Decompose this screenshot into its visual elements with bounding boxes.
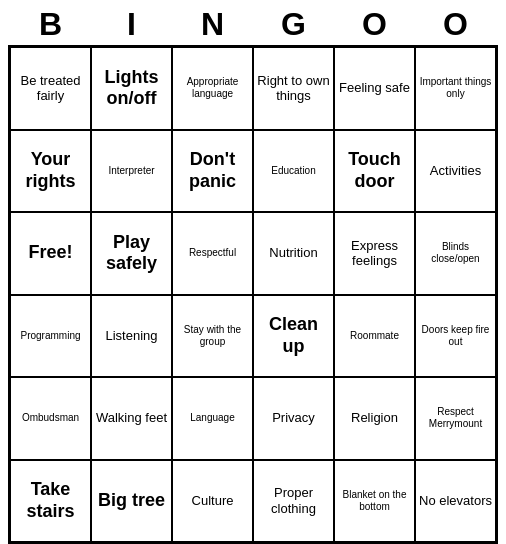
title-letter-i1: I <box>97 6 167 43</box>
bingo-cell-33: Proper clothing <box>253 460 334 543</box>
bingo-cell-4: Feeling safe <box>334 47 415 130</box>
bingo-cell-11: Activities <box>415 130 496 213</box>
bingo-cell-29: Respect Merrymount <box>415 377 496 460</box>
bingo-cell-35: No elevators <box>415 460 496 543</box>
bingo-cell-10: Touch door <box>334 130 415 213</box>
bingo-grid: Be treated fairlyLights on/offAppropriat… <box>8 45 498 544</box>
bingo-cell-31: Big tree <box>91 460 172 543</box>
bingo-cell-2: Appropriate language <box>172 47 253 130</box>
title-letter-b0: B <box>16 6 86 43</box>
bingo-cell-15: Nutrition <box>253 212 334 295</box>
bingo-cell-8: Don't panic <box>172 130 253 213</box>
bingo-cell-21: Clean up <box>253 295 334 378</box>
title-letter-o4: O <box>340 6 410 43</box>
title-letter-n2: N <box>178 6 248 43</box>
bingo-title: BINGOO <box>0 0 506 45</box>
bingo-cell-13: Play safely <box>91 212 172 295</box>
bingo-cell-30: Take stairs <box>10 460 91 543</box>
bingo-cell-12: Free! <box>10 212 91 295</box>
bingo-cell-6: Your rights <box>10 130 91 213</box>
bingo-cell-23: Doors keep fire out <box>415 295 496 378</box>
bingo-cell-16: Express feelings <box>334 212 415 295</box>
bingo-cell-19: Listening <box>91 295 172 378</box>
bingo-cell-26: Language <box>172 377 253 460</box>
bingo-cell-20: Stay with the group <box>172 295 253 378</box>
bingo-cell-14: Respectful <box>172 212 253 295</box>
bingo-cell-24: Ombudsman <box>10 377 91 460</box>
bingo-cell-7: Interpreter <box>91 130 172 213</box>
bingo-cell-18: Programming <box>10 295 91 378</box>
bingo-cell-0: Be treated fairly <box>10 47 91 130</box>
title-letter-o5: O <box>421 6 491 43</box>
bingo-cell-27: Privacy <box>253 377 334 460</box>
bingo-cell-28: Religion <box>334 377 415 460</box>
bingo-cell-9: Education <box>253 130 334 213</box>
bingo-cell-5: Important things only <box>415 47 496 130</box>
bingo-cell-17: Blinds close/open <box>415 212 496 295</box>
bingo-cell-34: Blanket on the bottom <box>334 460 415 543</box>
bingo-cell-3: Right to own things <box>253 47 334 130</box>
bingo-cell-32: Culture <box>172 460 253 543</box>
bingo-cell-22: Roommate <box>334 295 415 378</box>
bingo-cell-1: Lights on/off <box>91 47 172 130</box>
title-letter-g3: G <box>259 6 329 43</box>
bingo-cell-25: Walking feet <box>91 377 172 460</box>
